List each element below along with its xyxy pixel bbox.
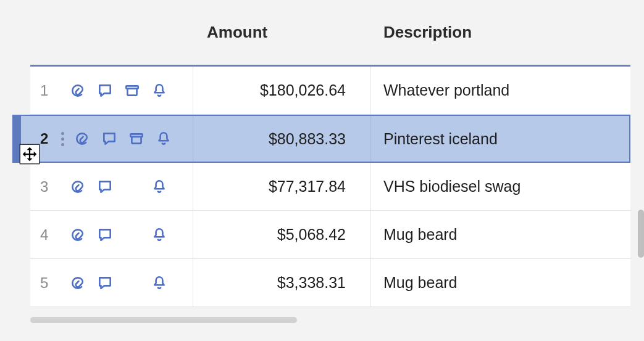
row-number: 2 (40, 130, 56, 147)
reminder-icon[interactable] (156, 131, 172, 147)
table-row[interactable]: 5 $3,338.31 Mug beard (30, 259, 630, 307)
cell-description[interactable]: Mug beard (371, 211, 630, 258)
row-gutter: 1 (30, 67, 193, 114)
reminder-icon[interactable] (151, 227, 167, 243)
row-number: 3 (40, 178, 56, 195)
row-gutter: 4 (30, 211, 193, 258)
comment-icon[interactable] (101, 131, 117, 147)
table-header-row: Amount Description (30, 0, 630, 67)
column-header-description[interactable]: Description (371, 0, 630, 65)
attachment-icon[interactable] (70, 179, 86, 195)
cell-description[interactable]: Whatever portland (371, 67, 630, 114)
table-row[interactable]: 4 $5,068.42 Mug beard (30, 211, 630, 259)
cell-amount[interactable]: $77,317.84 (193, 163, 371, 210)
archive-icon[interactable] (124, 83, 140, 99)
data-table: Amount Description 1 $180,026.64 Whateve… (30, 0, 630, 307)
cell-amount[interactable]: $5,068.42 (193, 211, 371, 258)
attachment-icon[interactable] (70, 83, 86, 99)
row-number: 4 (40, 226, 56, 244)
attachment-icon[interactable] (70, 227, 86, 243)
attachment-icon[interactable] (70, 275, 86, 291)
horizontal-scrollbar[interactable] (30, 317, 297, 323)
column-header-amount[interactable]: Amount (193, 0, 371, 65)
row-number: 1 (40, 82, 56, 99)
row-menu-icon[interactable] (61, 132, 64, 146)
attachment-icon[interactable] (74, 131, 90, 147)
table-row[interactable]: 1 $180,026.64 Whatever portland (30, 67, 630, 115)
reminder-icon[interactable] (151, 83, 167, 99)
row-gutter: 3 (30, 163, 193, 210)
row-gutter: 5 (30, 259, 193, 306)
cell-amount[interactable]: $80,883.33 (193, 116, 371, 162)
reminder-icon[interactable] (151, 179, 167, 195)
row-number: 5 (40, 274, 56, 292)
archive-icon[interactable] (128, 131, 144, 147)
comment-icon[interactable] (97, 275, 113, 291)
comment-icon[interactable] (97, 83, 113, 99)
comment-icon[interactable] (97, 227, 113, 243)
reminder-icon[interactable] (151, 275, 167, 291)
table-row[interactable]: 2 $80,883.33 Pinterest iceland (12, 115, 630, 163)
cell-description[interactable]: Mug beard (371, 259, 630, 306)
cell-description[interactable]: Pinterest iceland (371, 116, 629, 162)
vertical-scrollbar[interactable] (638, 210, 644, 258)
row-gutter: 2 (30, 116, 193, 162)
header-gutter (30, 0, 193, 65)
cell-amount[interactable]: $180,026.64 (193, 67, 371, 114)
cell-amount[interactable]: $3,338.31 (193, 259, 371, 306)
comment-icon[interactable] (97, 179, 113, 195)
table-row[interactable]: 3 $77,317.84 VHS biodiesel swag (30, 163, 630, 211)
cell-description[interactable]: VHS biodiesel swag (371, 163, 630, 210)
